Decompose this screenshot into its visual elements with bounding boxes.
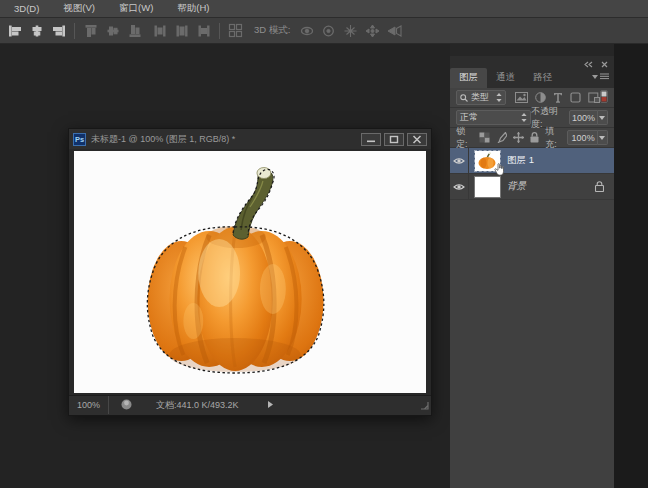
scale-3d-icon [386, 22, 403, 39]
close-icon [412, 135, 422, 144]
adjustment-layer-filter-icon[interactable] [535, 92, 546, 103]
tab-channels[interactable]: 通道 [487, 68, 524, 88]
document-status-bar: 100% 文档:441.0 K/493.2K [69, 395, 431, 414]
document-title-bar[interactable]: Ps 未标题-1 @ 100% (图层 1, RGB/8) * [69, 129, 431, 149]
panel-menu-icon[interactable] [592, 73, 609, 81]
orbit-3d-icon [298, 22, 315, 39]
zoom-level-field[interactable]: 100% [69, 396, 109, 414]
align-bottom-edges-icon [126, 22, 143, 39]
chevron-down-icon [599, 116, 605, 120]
layer-lock-icon [595, 181, 604, 192]
slide-3d-icon [364, 22, 381, 39]
separator [74, 23, 75, 39]
lock-label: 锁定: [456, 125, 475, 151]
document-canvas[interactable] [74, 151, 426, 393]
photoshop-document-icon: Ps [73, 133, 86, 146]
background-name[interactable]: 背景 [507, 180, 595, 193]
menu-3d[interactable]: 3D(D) [14, 3, 39, 14]
roll-3d-icon [320, 22, 337, 39]
visibility-toggle[interactable] [450, 174, 469, 199]
options-bar: 3D 模式: [0, 18, 648, 44]
lock-image-pixels-brush-icon[interactable] [496, 132, 507, 143]
tab-layers[interactable]: 图层 [450, 68, 487, 88]
panel-tab-bar: 图层 通道 路径 [450, 69, 614, 88]
hand-cursor-icon [494, 163, 505, 176]
maximize-button[interactable] [384, 133, 404, 146]
shape-layer-filter-icon[interactable] [570, 92, 581, 103]
status-popup-arrow-icon[interactable] [267, 400, 274, 411]
smart-object-filter-icon[interactable] [588, 92, 600, 103]
screen-edge [614, 44, 648, 488]
visibility-toggle[interactable] [450, 148, 469, 173]
pixel-layer-filter-icon[interactable] [515, 92, 528, 103]
document-title: 未标题-1 @ 100% (图层 1, RGB/8) * [91, 133, 357, 146]
tab-paths[interactable]: 路径 [524, 68, 561, 88]
blend-mode-dropdown[interactable]: 正常 [456, 110, 531, 125]
distribute-right-edges-icon [195, 22, 212, 39]
fill-label: 填充: [545, 125, 564, 151]
align-right-edges-icon[interactable] [50, 22, 67, 39]
adobe-drive-icon [121, 399, 132, 412]
blend-mode-value: 正常 [460, 111, 521, 124]
background-thumbnail[interactable] [475, 177, 500, 197]
minimize-icon [366, 135, 376, 143]
opacity-dropdown-button[interactable] [598, 110, 608, 125]
align-top-edges-icon [82, 22, 99, 39]
eye-icon [453, 183, 465, 191]
distribute-horizontal-centers-icon [173, 22, 190, 39]
pumpkin-image [74, 151, 426, 393]
fill-dropdown-button[interactable] [598, 130, 608, 145]
menu-window[interactable]: 窗口(W) [119, 2, 153, 15]
align-horizontal-centers-icon[interactable] [28, 22, 45, 39]
menu-view[interactable]: 视图(V) [63, 2, 95, 15]
opacity-value-field[interactable]: 100% [569, 110, 598, 125]
menu-bar: 3D(D) 视图(V) 窗口(W) 帮助(H) [0, 0, 648, 18]
close-button[interactable] [407, 133, 427, 146]
layer-row-background[interactable]: 背景 [450, 174, 614, 200]
dropdown-split-arrows-icon [521, 113, 527, 122]
layer1-name[interactable]: 图层 1 [507, 154, 614, 167]
lock-transparent-pixels-icon[interactable] [479, 132, 490, 143]
layer1-thumbnail[interactable] [475, 151, 500, 171]
workspace-canvas-area[interactable]: Ps 未标题-1 @ 100% (图层 1, RGB/8) * [0, 44, 450, 488]
photoshop-app: 3D(D) 视图(V) 窗口(W) 帮助(H) [0, 0, 648, 488]
menu-help[interactable]: 帮助(H) [177, 2, 209, 15]
search-icon [460, 94, 468, 102]
separator [219, 23, 220, 39]
layer-row-layer1[interactable]: 图层 1 [450, 148, 614, 174]
lock-all-icon[interactable] [530, 132, 539, 143]
dropdown-split-arrows-icon [496, 93, 502, 102]
filter-toggle-icon[interactable] [600, 90, 608, 105]
lock-row: 锁定: 填充: 100% [450, 128, 614, 148]
3d-mode-label: 3D 模式: [254, 24, 290, 37]
document-size-info: 文档:441.0 K/493.2K [156, 399, 239, 412]
type-layer-filter-icon[interactable] [553, 92, 563, 103]
distribute-spacing-icon [227, 22, 244, 39]
minimize-button[interactable] [361, 133, 381, 146]
align-left-edges-icon[interactable] [6, 22, 23, 39]
document-window[interactable]: Ps 未标题-1 @ 100% (图层 1, RGB/8) * [68, 128, 432, 416]
lock-position-move-icon[interactable] [513, 132, 524, 143]
filter-type-dropdown[interactable]: 类型 [456, 90, 506, 105]
drag-3d-icon [342, 22, 359, 39]
maximize-icon [389, 135, 399, 144]
fill-value-field[interactable]: 100% [567, 130, 597, 145]
canvas-frame [69, 149, 431, 395]
layers-panel: 图层 通道 路径 类型 [450, 56, 614, 488]
eye-icon [453, 157, 465, 165]
distribute-left-edges-icon [151, 22, 168, 39]
chevron-down-icon [599, 136, 605, 140]
align-vertical-centers-icon [104, 22, 121, 39]
resize-grip[interactable] [419, 400, 430, 413]
filter-type-label: 类型 [471, 91, 493, 104]
